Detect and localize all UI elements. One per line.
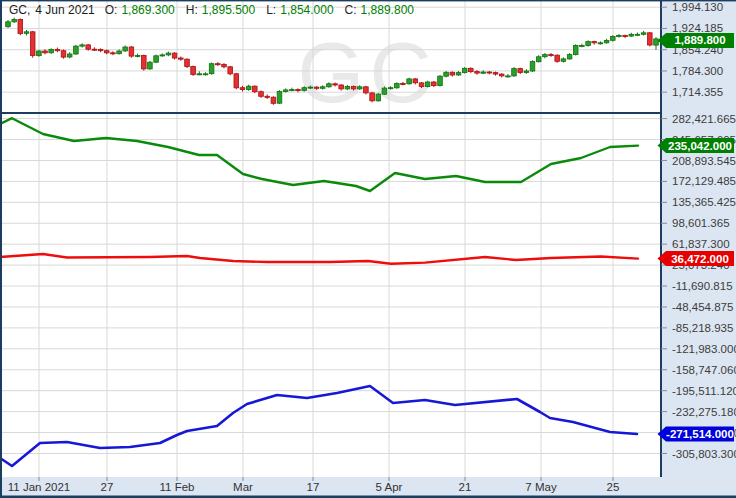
price-axis[interactable] bbox=[662, 0, 736, 477]
symbol-label: GC, bbox=[9, 3, 30, 17]
low-value: 1,854.000 bbox=[280, 3, 333, 17]
date-label: 4 Jun 2021 bbox=[35, 3, 94, 17]
high-value: 1,895.500 bbox=[202, 3, 255, 17]
high-label: H: bbox=[186, 3, 198, 17]
price-pane[interactable] bbox=[2, 1, 660, 112]
low-label: L: bbox=[266, 3, 276, 17]
time-axis[interactable] bbox=[0, 477, 736, 496]
ohlc-header: GC,4 Jun 2021O:1,869.300H:1,895.500L:1,8… bbox=[9, 3, 425, 17]
open-value: 1,869.300 bbox=[121, 3, 174, 17]
close-label: C: bbox=[345, 3, 357, 17]
chart-window: GC1,994.1301,924.1851,854.2401,784.3001,… bbox=[0, 0, 736, 498]
open-label: O: bbox=[105, 3, 118, 17]
indicator-pane[interactable] bbox=[2, 114, 660, 477]
close-value: 1,889.800 bbox=[361, 3, 414, 17]
